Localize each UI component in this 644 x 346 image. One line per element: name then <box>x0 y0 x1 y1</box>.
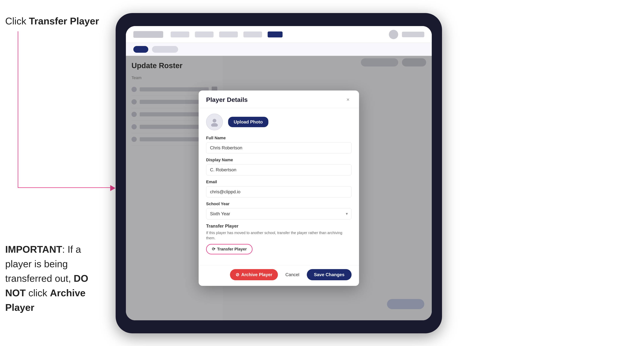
save-changes-button[interactable]: Save Changes <box>307 269 352 280</box>
display-name-label: Display Name <box>206 158 352 162</box>
instruction-top: Click Transfer Player <box>5 15 99 27</box>
modal-header: Player Details × <box>199 91 359 108</box>
app-logo <box>133 31 163 38</box>
player-avatar <box>206 114 223 130</box>
instruction-bottom-rest2: click <box>26 288 50 298</box>
school-year-select-wrapper: First Year Second Year Third Year Fourth… <box>206 208 352 219</box>
person-icon <box>210 117 219 127</box>
modal-title: Player Details <box>206 96 248 103</box>
transfer-player-button[interactable]: ⟳ Transfer Player <box>206 244 252 254</box>
display-name-input[interactable] <box>206 164 352 175</box>
tablet-device: Update Roster Team <box>116 13 442 333</box>
nav-right <box>389 30 424 39</box>
nav-right-text <box>402 32 424 37</box>
nav-items <box>171 31 382 37</box>
archive-player-button[interactable]: ⊘ Archive Player <box>230 269 278 280</box>
annotation-arrow <box>110 185 116 191</box>
email-field-group: Email <box>206 179 352 197</box>
instruction-top-prefix: Click <box>5 16 29 26</box>
nav-item-roster[interactable] <box>268 31 282 37</box>
modal-body: Upload Photo Full Name Display Name <box>199 108 359 265</box>
user-avatar <box>389 30 398 39</box>
email-label: Email <box>206 179 352 184</box>
content-area: Update Roster Team <box>126 56 432 320</box>
tablet-screen: Update Roster Team <box>126 26 432 320</box>
nav-item-dashboards[interactable] <box>171 31 189 37</box>
transfer-player-description: If this player has moved to another scho… <box>206 230 352 241</box>
instruction-bottom: IMPORTANT: If a player is being transfer… <box>5 242 106 315</box>
sub-nav <box>126 43 432 56</box>
archive-player-label: Archive Player <box>241 272 272 277</box>
modal-close-button[interactable]: × <box>344 96 352 103</box>
modal-footer: ⊘ Archive Player Cancel Save Changes <box>199 265 359 286</box>
nav-item-team[interactable] <box>195 31 214 37</box>
avatar-section: Upload Photo <box>206 114 352 130</box>
full-name-label: Full Name <box>206 136 352 140</box>
modal-overlay: Player Details × <box>126 56 432 320</box>
archive-icon: ⊘ <box>236 272 239 277</box>
svg-point-0 <box>212 119 216 123</box>
full-name-input[interactable] <box>206 142 352 154</box>
cancel-button[interactable]: Cancel <box>282 269 303 280</box>
instruction-bottom-important: IMPORTANT <box>5 244 62 255</box>
transfer-player-section: Transfer Player If this player has moved… <box>206 223 352 254</box>
display-name-field-group: Display Name <box>206 158 352 175</box>
annotation-line-horizontal <box>18 187 111 188</box>
sub-nav-add[interactable] <box>152 46 178 53</box>
sub-nav-active[interactable] <box>133 46 148 53</box>
top-nav <box>126 26 432 43</box>
full-name-field-group: Full Name <box>206 136 352 154</box>
school-year-select[interactable]: First Year Second Year Third Year Fourth… <box>206 208 352 219</box>
school-year-field-group: School Year First Year Second Year Third… <box>206 201 352 219</box>
svg-point-1 <box>211 123 218 127</box>
transfer-player-section-title: Transfer Player <box>206 223 352 229</box>
upload-photo-button[interactable]: Upload Photo <box>228 117 268 127</box>
transfer-player-button-label: Transfer Player <box>217 247 247 252</box>
nav-item-schedule[interactable] <box>219 31 238 37</box>
school-year-label: School Year <box>206 201 352 206</box>
instruction-top-bold: Transfer Player <box>29 16 99 26</box>
nav-item-alexfolio[interactable] <box>244 31 262 37</box>
player-details-modal: Player Details × <box>199 91 359 286</box>
transfer-icon: ⟳ <box>212 247 215 252</box>
email-input[interactable] <box>206 186 352 197</box>
annotation-line-vertical <box>18 31 18 188</box>
